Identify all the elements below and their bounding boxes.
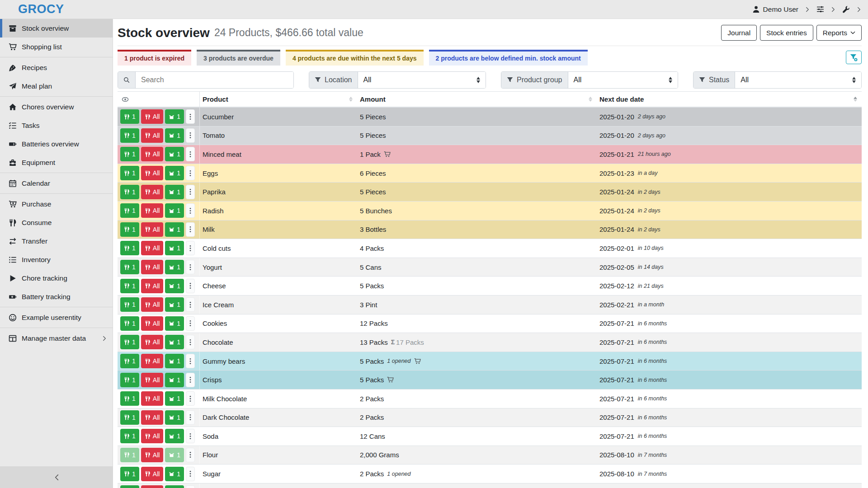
sidebar-item-equipment[interactable]: Equipment	[0, 153, 113, 172]
consume-one-button[interactable]: 1	[120, 467, 139, 481]
consume-all-button[interactable]: All	[141, 147, 164, 161]
sidebar-item-chores-overview[interactable]: Chores overview	[0, 98, 113, 116]
row-menu-button[interactable]	[186, 429, 195, 443]
sidebar-collapse-button[interactable]	[0, 466, 113, 488]
row-menu-button[interactable]	[186, 410, 195, 425]
open-one-button[interactable]: 1	[165, 467, 184, 481]
consume-one-button[interactable]: 1	[120, 429, 139, 443]
row-menu-button[interactable]	[186, 448, 195, 462]
consume-one-button[interactable]: 1	[120, 260, 139, 274]
row-menu-button[interactable]	[186, 109, 195, 124]
sidebar-item-battery-tracking[interactable]: Battery tracking	[0, 287, 113, 306]
consume-all-button[interactable]: All	[141, 429, 164, 443]
consume-one-button[interactable]: 1	[120, 241, 139, 255]
sidebar-item-shopping-list[interactable]: Shopping list	[0, 38, 113, 56]
open-one-button[interactable]: 1	[165, 222, 184, 237]
clear-filter-button[interactable]	[846, 51, 862, 64]
settings-chevron-icon[interactable]	[830, 7, 836, 12]
product-column-header[interactable]: Product	[200, 95, 357, 103]
row-menu-button[interactable]	[186, 373, 195, 387]
row-menu-button[interactable]	[186, 147, 195, 161]
consume-all-button[interactable]: All	[141, 373, 164, 387]
consume-all-button[interactable]: All	[141, 185, 164, 199]
consume-all-button[interactable]: All	[141, 448, 164, 462]
consume-all-button[interactable]: All	[141, 335, 164, 349]
grocy-logo[interactable]: GROCY	[18, 2, 64, 16]
next-due-date-column-header[interactable]: Next due date	[597, 95, 862, 103]
sidebar-item-example-userentity[interactable]: Example userentity	[0, 308, 113, 327]
consume-one-button[interactable]: 1	[120, 485, 139, 488]
open-one-button[interactable]: 1	[165, 354, 184, 368]
open-one-button[interactable]: 1	[165, 410, 184, 425]
open-one-button[interactable]: 1	[165, 316, 184, 331]
alert-expired[interactable]: 1 product is expired	[118, 50, 191, 66]
consume-all-button[interactable]: All	[141, 316, 164, 331]
consume-all-button[interactable]: All	[141, 354, 164, 368]
sidebar-item-tasks[interactable]: Tasks	[0, 116, 113, 135]
consume-one-button[interactable]: 1	[120, 222, 139, 237]
row-menu-button[interactable]	[186, 335, 195, 349]
open-one-button[interactable]: 1	[165, 166, 184, 180]
open-one-button[interactable]: 1	[165, 109, 184, 124]
consume-one-button[interactable]: 1	[120, 410, 139, 425]
sidebar-item-calendar[interactable]: Calendar	[0, 174, 113, 192]
sidebar-item-stock-overview[interactable]: Stock overview	[0, 19, 113, 38]
row-menu-button[interactable]	[186, 222, 195, 237]
sidebar-item-batteries-overview[interactable]: Batteries overview	[0, 135, 113, 153]
row-menu-button[interactable]	[186, 297, 195, 312]
sidebar-item-consume[interactable]: Consume	[0, 213, 113, 232]
consume-one-button[interactable]: 1	[120, 203, 139, 218]
open-one-button[interactable]: 1	[165, 335, 184, 349]
row-menu-button[interactable]	[186, 279, 195, 293]
amount-column-header[interactable]: Amount	[357, 95, 597, 103]
consume-all-button[interactable]: All	[141, 297, 164, 312]
consume-all-button[interactable]: All	[141, 166, 164, 180]
user-menu[interactable]: Demo User	[752, 5, 798, 14]
journal-button[interactable]: Journal	[721, 25, 757, 41]
consume-one-button[interactable]: 1	[120, 354, 139, 368]
row-menu-button[interactable]	[186, 467, 195, 481]
sidebar-item-purchase[interactable]: Purchase	[0, 195, 113, 213]
alert-due-soon[interactable]: 4 products are due within the next 5 day…	[286, 50, 424, 66]
row-menu-button[interactable]	[186, 128, 195, 143]
product-group-select[interactable]: All	[568, 72, 678, 88]
open-one-button[interactable]: 1	[165, 260, 184, 274]
consume-all-button[interactable]: All	[141, 109, 164, 124]
consume-one-button[interactable]: 1	[120, 166, 139, 180]
admin-chevron-icon[interactable]	[856, 7, 862, 12]
alert-overdue[interactable]: 3 products are overdue	[197, 50, 280, 66]
open-one-button[interactable]: 1	[165, 373, 184, 387]
consume-one-button[interactable]: 1	[120, 279, 139, 293]
consume-one-button[interactable]: 1	[120, 391, 139, 406]
row-menu-button[interactable]	[186, 485, 195, 488]
row-menu-button[interactable]	[186, 354, 195, 368]
settings-sliders-icon[interactable]	[816, 5, 824, 13]
row-menu-button[interactable]	[186, 391, 195, 406]
consume-one-button[interactable]: 1	[120, 448, 139, 462]
consume-one-button[interactable]: 1	[120, 297, 139, 312]
status-select[interactable]: All	[735, 72, 861, 88]
alert-below-min-stock[interactable]: 2 products are below defined min. stock …	[429, 50, 588, 66]
consume-all-button[interactable]: All	[141, 203, 164, 218]
row-menu-button[interactable]	[186, 260, 195, 274]
consume-all-button[interactable]: All	[141, 279, 164, 293]
consume-all-button[interactable]: All	[141, 128, 164, 143]
location-select[interactable]: All	[358, 72, 486, 88]
consume-one-button[interactable]: 1	[120, 316, 139, 331]
sidebar-item-chore-tracking[interactable]: Chore tracking	[0, 269, 113, 287]
sidebar-item-meal-plan[interactable]: Meal plan	[0, 77, 113, 95]
consume-all-button[interactable]: All	[141, 260, 164, 274]
open-one-button[interactable]: 1	[165, 147, 184, 161]
open-one-button[interactable]: 1	[165, 391, 184, 406]
open-one-button[interactable]: 1	[165, 203, 184, 218]
open-one-button[interactable]: 1	[165, 485, 184, 488]
consume-one-button[interactable]: 1	[120, 373, 139, 387]
consume-all-button[interactable]: All	[141, 222, 164, 237]
consume-one-button[interactable]: 1	[120, 147, 139, 161]
sidebar-item-recipes[interactable]: Recipes	[0, 58, 113, 77]
open-one-button[interactable]: 1	[165, 297, 184, 312]
sidebar-item-manage-master-data[interactable]: Manage master data	[0, 329, 113, 347]
user-menu-chevron-icon[interactable]	[805, 7, 810, 12]
sidebar-item-inventory[interactable]: Inventory	[0, 250, 113, 269]
reports-dropdown-button[interactable]: Reports	[816, 25, 862, 41]
